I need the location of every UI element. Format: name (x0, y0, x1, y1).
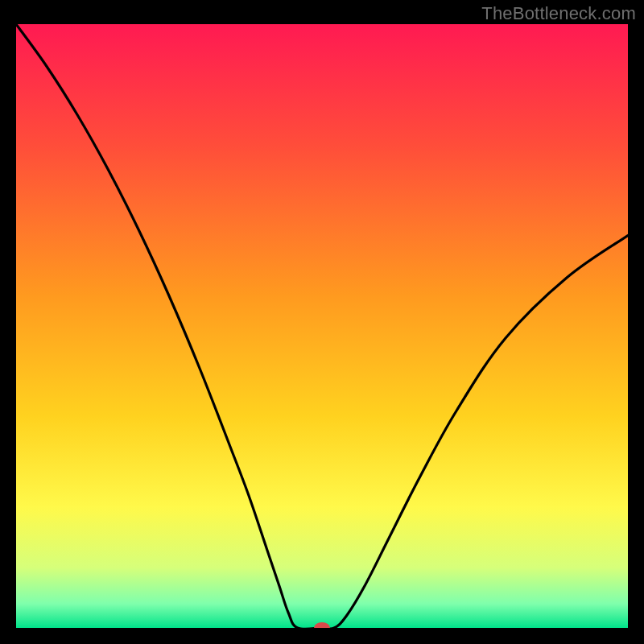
current-config-marker (314, 622, 330, 634)
chart-frame: { "watermark": "TheBottleneck.com", "cha… (0, 0, 644, 644)
bottleneck-chart (0, 0, 644, 644)
watermark-text: TheBottleneck.com (481, 3, 636, 24)
gradient-background (16, 24, 628, 628)
